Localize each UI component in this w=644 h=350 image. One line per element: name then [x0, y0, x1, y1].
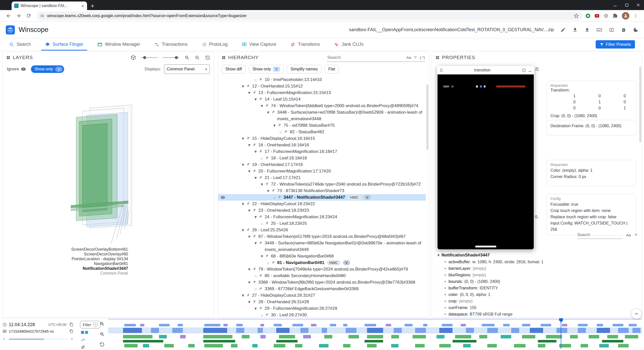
- timeline-segment[interactable]: [124, 344, 138, 347]
- match-case-icon[interactable]: Aa: [407, 55, 411, 60]
- transition-preview-window[interactable]: transition: [437, 66, 534, 250]
- timeline-lane-transitions[interactable]: [108, 343, 642, 348]
- timeline-segment[interactable]: [618, 328, 629, 333]
- timeline-segment[interactable]: [365, 340, 383, 342]
- timeline-filter-button[interactable]: Filter: [80, 321, 100, 328]
- theme-toggle-moon-icon[interactable]: [633, 27, 638, 33]
- timeline-segment[interactable]: [629, 324, 637, 326]
- regex-icon[interactable]: (.*): [420, 55, 425, 60]
- timeline-segment[interactable]: [556, 328, 567, 333]
- pin-icon[interactable]: [252, 266, 258, 271]
- spacing-slider[interactable]: [163, 57, 179, 58]
- timeline-segment[interactable]: [203, 328, 227, 333]
- tree-node[interactable]: ▾23 - OneHanded:18:23#23: [218, 207, 426, 214]
- reload-icon[interactable]: [26, 13, 31, 18]
- timeline-segment[interactable]: [223, 324, 228, 326]
- pin-icon[interactable]: [265, 181, 270, 186]
- timeline-segment[interactable]: [143, 344, 149, 347]
- proto-property-row[interactable]: •blurRegions:[empty]: [435, 272, 638, 278]
- pin-icon[interactable]: [271, 188, 277, 193]
- tree-node[interactable]: ▾28 - OneHanded:26:31#28: [218, 299, 426, 305]
- timeline-segment[interactable]: [479, 335, 487, 338]
- timeline-segment[interactable]: [204, 344, 223, 347]
- tree-node[interactable]: ▾73 - 8736138 NotificationShade#73: [218, 188, 426, 194]
- tab-transactions[interactable]: Transactions: [154, 38, 187, 51]
- pin-icon[interactable]: [252, 90, 258, 95]
- pin-icon[interactable]: [252, 299, 258, 304]
- scroll-top-button[interactable]: [631, 309, 641, 319]
- timeline-segment[interactable]: [348, 335, 359, 338]
- flat-button[interactable]: Flat: [325, 65, 339, 73]
- proto-property-row[interactable]: •bounds:(0, 0) - (1080, 2400): [435, 278, 638, 285]
- window-maximize-icon[interactable]: [621, 0, 632, 10]
- layer-label[interactable]: NavigationBar0#81: [3, 261, 128, 266]
- timeline-segment[interactable]: [140, 324, 144, 326]
- pin-icon[interactable]: [259, 174, 264, 180]
- timeline-segment[interactable]: [415, 344, 425, 347]
- timeline-segment[interactable]: [343, 344, 351, 347]
- tree-node[interactable]: 25 - Leaf:18:23#25: [218, 220, 426, 227]
- tab-view-capture[interactable]: View Capture: [242, 38, 276, 51]
- tree-node[interactable]: ▾3368 - WindowToken{f6b2f60 type=2024 an…: [218, 279, 426, 286]
- proto-property-row[interactable]: •color:(0, 0, 0), alpha: 1: [435, 291, 638, 298]
- tree-node[interactable]: ▾29 - FullscreenMagnification:26:27#29: [218, 305, 426, 312]
- timeline-segment[interactable]: [436, 335, 445, 338]
- pin-icon[interactable]: [252, 142, 258, 147]
- proto-property-row[interactable]: •activeBuffer:w: 1080, h: 2400, stride: …: [435, 259, 638, 265]
- tree-node[interactable]: ▾72 - WindowToken{a2746de type=2040 andr…: [218, 181, 426, 188]
- copy-ns-icon[interactable]: [69, 329, 73, 333]
- tree-node[interactable]: ▾16 - OneHanded:16:16#16: [218, 142, 426, 148]
- regex-icon[interactable]: (.*): [641, 233, 642, 237]
- timeline-segment[interactable]: [578, 324, 587, 326]
- timeline-segment[interactable]: [530, 328, 543, 333]
- pin-icon[interactable]: [252, 168, 258, 173]
- pin-icon[interactable]: [259, 96, 264, 101]
- timeline-segment[interactable]: [442, 324, 452, 326]
- proto-property-row[interactable]: •bufferTransform:IDENTITY: [435, 285, 638, 291]
- timeline-segment[interactable]: [487, 344, 497, 347]
- layer-sheet-notification-shade[interactable]: [83, 123, 107, 212]
- tree-node[interactable]: ▾20 - FullscreenMagnification:17:17#20: [218, 168, 426, 174]
- tree-node[interactable]: ▾3449 - Surface(name=885b63e NavigationB…: [218, 240, 426, 253]
- pin-icon[interactable]: [246, 135, 252, 140]
- tree-node[interactable]: 10 - ImePlaceholder:13:14#10: [218, 76, 426, 83]
- panel-drag-icon[interactable]: [6, 56, 10, 60]
- hierarchy-search-input[interactable]: [327, 55, 404, 60]
- timeline-segment[interactable]: [522, 324, 531, 326]
- pin-icon[interactable]: [246, 292, 252, 297]
- timeline-segment[interactable]: [330, 324, 336, 326]
- timeline-segment[interactable]: [236, 324, 243, 326]
- timeline-segment[interactable]: [123, 340, 163, 342]
- match-case-icon[interactable]: Aa: [626, 233, 631, 237]
- pin-icon[interactable]: [252, 279, 258, 284]
- pin-icon[interactable]: [259, 148, 264, 153]
- timeline-segment[interactable]: [300, 328, 308, 333]
- timeline-segment[interactable]: [188, 344, 194, 347]
- timeline-segment[interactable]: [367, 344, 377, 347]
- timeline-segment[interactable]: [455, 335, 471, 338]
- panel-drag-icon[interactable]: [222, 56, 226, 60]
- timeline-segment[interactable]: [260, 335, 266, 338]
- pin-icon[interactable]: [259, 214, 264, 219]
- minimize-window-icon[interactable]: [528, 68, 532, 72]
- timeline-segment[interactable]: [625, 335, 638, 338]
- timeline-segment[interactable]: [260, 324, 264, 326]
- layer-label[interactable]: PointerLocation - display 0#134: [3, 256, 128, 261]
- documentation-book-icon[interactable]: [609, 27, 614, 33]
- timeline-segment[interactable]: [597, 328, 610, 333]
- timeline-segment[interactable]: [204, 324, 220, 326]
- pin-icon[interactable]: [265, 220, 270, 225]
- timeline-segment[interactable]: [343, 324, 347, 326]
- timeline-segment[interactable]: [346, 328, 356, 333]
- timeline-segment[interactable]: [151, 328, 159, 333]
- tab-transitions[interactable]: Transitions: [290, 38, 320, 51]
- tree-node[interactable]: ▾67 - WindowToken{e5176f9 type=2019 andr…: [218, 233, 426, 240]
- edit-pencil-icon[interactable]: [560, 27, 566, 32]
- pin-icon[interactable]: [252, 233, 258, 238]
- ignore-toggle[interactable]: Ignore: [7, 67, 26, 72]
- proto-property-row[interactable]: •barrierLayer:[empty]: [435, 265, 638, 272]
- timeline-segment[interactable]: [367, 335, 383, 338]
- tree-node[interactable]: ▾14 - Leaf:15:15#14: [218, 96, 426, 103]
- timeline-segment[interactable]: [511, 328, 519, 333]
- pin-icon[interactable]: [246, 161, 252, 166]
